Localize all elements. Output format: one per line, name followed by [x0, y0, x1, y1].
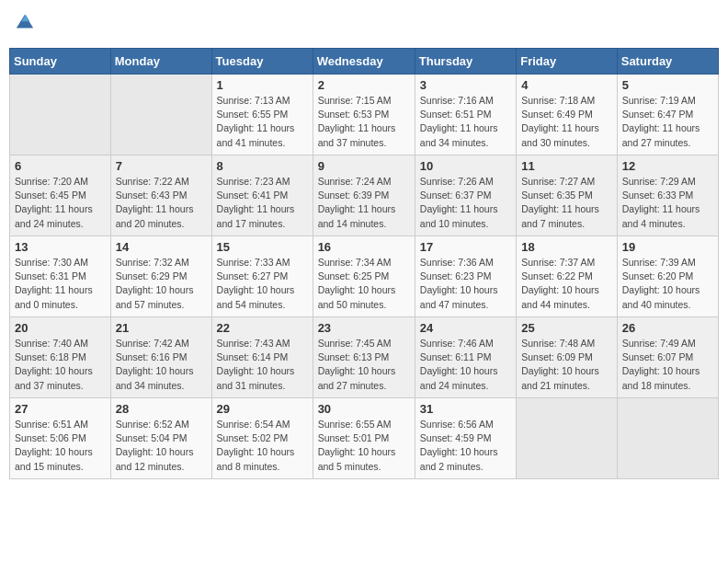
day-number: 22: [217, 321, 308, 335]
day-info: Sunrise: 7:33 AMSunset: 6:27 PMDaylight:…: [217, 256, 308, 312]
calendar-cell: 27Sunrise: 6:51 AMSunset: 5:06 PMDayligh…: [10, 398, 111, 479]
day-info: Sunrise: 7:45 AMSunset: 6:13 PMDaylight:…: [318, 337, 410, 393]
calendar-cell: 30Sunrise: 6:55 AMSunset: 5:01 PMDayligh…: [313, 398, 415, 479]
calendar-cell: [517, 398, 618, 479]
calendar-cell: 18Sunrise: 7:37 AMSunset: 6:22 PMDayligh…: [517, 236, 618, 317]
calendar-cell: [10, 75, 111, 155]
day-info: Sunrise: 7:13 AMSunset: 6:55 PMDaylight:…: [217, 94, 308, 150]
day-info: Sunrise: 7:46 AMSunset: 6:11 PMDaylight:…: [420, 337, 511, 393]
header-thursday: Thursday: [415, 49, 516, 75]
day-info: Sunrise: 7:16 AMSunset: 6:51 PMDaylight:…: [420, 94, 511, 150]
day-info: Sunrise: 6:51 AMSunset: 5:06 PMDaylight:…: [15, 418, 106, 474]
day-info: Sunrise: 7:34 AMSunset: 6:25 PMDaylight:…: [318, 256, 410, 312]
day-info: Sunrise: 7:29 AMSunset: 6:33 PMDaylight:…: [622, 175, 713, 231]
day-number: 17: [420, 240, 511, 254]
day-number: 1: [217, 78, 308, 92]
calendar-cell: 6Sunrise: 7:20 AMSunset: 6:45 PMDaylight…: [10, 155, 111, 236]
day-number: 4: [521, 78, 612, 92]
calendar-week-row: 1Sunrise: 7:13 AMSunset: 6:55 PMDaylight…: [10, 75, 719, 155]
calendar-cell: 20Sunrise: 7:40 AMSunset: 6:18 PMDayligh…: [10, 317, 111, 398]
day-info: Sunrise: 7:27 AMSunset: 6:35 PMDaylight:…: [521, 175, 612, 231]
day-number: 14: [116, 240, 207, 254]
day-number: 20: [15, 321, 106, 335]
day-number: 30: [318, 402, 410, 416]
calendar-cell: 31Sunrise: 6:56 AMSunset: 4:59 PMDayligh…: [415, 398, 516, 479]
day-number: 13: [15, 240, 106, 254]
header-sunday: Sunday: [10, 49, 111, 75]
calendar-cell: 13Sunrise: 7:30 AMSunset: 6:31 PMDayligh…: [10, 236, 111, 317]
day-number: 18: [521, 240, 612, 254]
day-info: Sunrise: 6:52 AMSunset: 5:04 PMDaylight:…: [116, 418, 207, 474]
day-info: Sunrise: 7:40 AMSunset: 6:18 PMDaylight:…: [15, 337, 106, 393]
calendar-cell: 5Sunrise: 7:19 AMSunset: 6:47 PMDaylight…: [617, 75, 718, 155]
day-info: Sunrise: 7:39 AMSunset: 6:20 PMDaylight:…: [622, 256, 713, 312]
day-info: Sunrise: 6:56 AMSunset: 4:59 PMDaylight:…: [420, 418, 511, 474]
logo: [15, 13, 37, 37]
calendar-week-row: 27Sunrise: 6:51 AMSunset: 5:06 PMDayligh…: [10, 398, 719, 479]
calendar-cell: 16Sunrise: 7:34 AMSunset: 6:25 PMDayligh…: [313, 236, 415, 317]
calendar-cell: 12Sunrise: 7:29 AMSunset: 6:33 PMDayligh…: [617, 155, 718, 236]
day-number: 12: [622, 159, 713, 173]
calendar-cell: 7Sunrise: 7:22 AMSunset: 6:43 PMDaylight…: [110, 155, 211, 236]
page-header: [9, 9, 719, 40]
calendar-cell: 11Sunrise: 7:27 AMSunset: 6:35 PMDayligh…: [517, 155, 618, 236]
day-info: Sunrise: 6:54 AMSunset: 5:02 PMDaylight:…: [217, 418, 308, 474]
calendar-cell: 17Sunrise: 7:36 AMSunset: 6:23 PMDayligh…: [415, 236, 516, 317]
day-number: 27: [15, 402, 106, 416]
day-info: Sunrise: 7:22 AMSunset: 6:43 PMDaylight:…: [116, 175, 207, 231]
header-monday: Monday: [110, 49, 211, 75]
day-number: 9: [318, 159, 410, 173]
calendar-cell: 25Sunrise: 7:48 AMSunset: 6:09 PMDayligh…: [517, 317, 618, 398]
calendar-cell: 4Sunrise: 7:18 AMSunset: 6:49 PMDaylight…: [517, 75, 618, 155]
logo-icon: [15, 13, 35, 33]
header-wednesday: Wednesday: [313, 49, 415, 75]
calendar-cell: 29Sunrise: 6:54 AMSunset: 5:02 PMDayligh…: [211, 398, 313, 479]
day-number: 7: [116, 159, 207, 173]
calendar-week-row: 6Sunrise: 7:20 AMSunset: 6:45 PMDaylight…: [10, 155, 719, 236]
day-number: 28: [116, 402, 207, 416]
day-number: 29: [217, 402, 308, 416]
calendar-cell: 15Sunrise: 7:33 AMSunset: 6:27 PMDayligh…: [211, 236, 313, 317]
calendar-cell: [617, 398, 718, 479]
day-number: 6: [15, 159, 106, 173]
calendar-cell: 22Sunrise: 7:43 AMSunset: 6:14 PMDayligh…: [211, 317, 313, 398]
day-number: 21: [116, 321, 207, 335]
day-info: Sunrise: 7:43 AMSunset: 6:14 PMDaylight:…: [217, 337, 308, 393]
day-info: Sunrise: 7:48 AMSunset: 6:09 PMDaylight:…: [521, 337, 612, 393]
day-number: 10: [420, 159, 511, 173]
day-number: 11: [521, 159, 612, 173]
day-number: 2: [318, 78, 410, 92]
day-number: 3: [420, 78, 511, 92]
calendar-cell: 23Sunrise: 7:45 AMSunset: 6:13 PMDayligh…: [313, 317, 415, 398]
calendar-cell: 28Sunrise: 6:52 AMSunset: 5:04 PMDayligh…: [110, 398, 211, 479]
calendar-cell: 24Sunrise: 7:46 AMSunset: 6:11 PMDayligh…: [415, 317, 516, 398]
calendar-cell: 19Sunrise: 7:39 AMSunset: 6:20 PMDayligh…: [617, 236, 718, 317]
day-number: 25: [521, 321, 612, 335]
calendar-cell: 9Sunrise: 7:24 AMSunset: 6:39 PMDaylight…: [313, 155, 415, 236]
calendar-week-row: 20Sunrise: 7:40 AMSunset: 6:18 PMDayligh…: [10, 317, 719, 398]
day-number: 26: [622, 321, 713, 335]
calendar-cell: 26Sunrise: 7:49 AMSunset: 6:07 PMDayligh…: [617, 317, 718, 398]
calendar-cell: 10Sunrise: 7:26 AMSunset: 6:37 PMDayligh…: [415, 155, 516, 236]
calendar-header-row: SundayMondayTuesdayWednesdayThursdayFrid…: [10, 49, 719, 75]
day-number: 24: [420, 321, 511, 335]
day-info: Sunrise: 7:18 AMSunset: 6:49 PMDaylight:…: [521, 94, 612, 150]
day-info: Sunrise: 7:19 AMSunset: 6:47 PMDaylight:…: [622, 94, 713, 150]
calendar-cell: 1Sunrise: 7:13 AMSunset: 6:55 PMDaylight…: [211, 75, 313, 155]
day-info: Sunrise: 7:30 AMSunset: 6:31 PMDaylight:…: [15, 256, 106, 312]
day-info: Sunrise: 7:23 AMSunset: 6:41 PMDaylight:…: [217, 175, 308, 231]
day-number: 19: [622, 240, 713, 254]
day-number: 31: [420, 402, 511, 416]
header-saturday: Saturday: [617, 49, 718, 75]
day-number: 23: [318, 321, 410, 335]
calendar-cell: 8Sunrise: 7:23 AMSunset: 6:41 PMDaylight…: [211, 155, 313, 236]
calendar-cell: [110, 75, 211, 155]
day-number: 16: [318, 240, 410, 254]
header-friday: Friday: [517, 49, 618, 75]
day-number: 15: [217, 240, 308, 254]
calendar-table: SundayMondayTuesdayWednesdayThursdayFrid…: [9, 48, 719, 479]
day-info: Sunrise: 7:32 AMSunset: 6:29 PMDaylight:…: [116, 256, 207, 312]
day-info: Sunrise: 7:24 AMSunset: 6:39 PMDaylight:…: [318, 175, 410, 231]
day-info: Sunrise: 7:49 AMSunset: 6:07 PMDaylight:…: [622, 337, 713, 393]
calendar-week-row: 13Sunrise: 7:30 AMSunset: 6:31 PMDayligh…: [10, 236, 719, 317]
